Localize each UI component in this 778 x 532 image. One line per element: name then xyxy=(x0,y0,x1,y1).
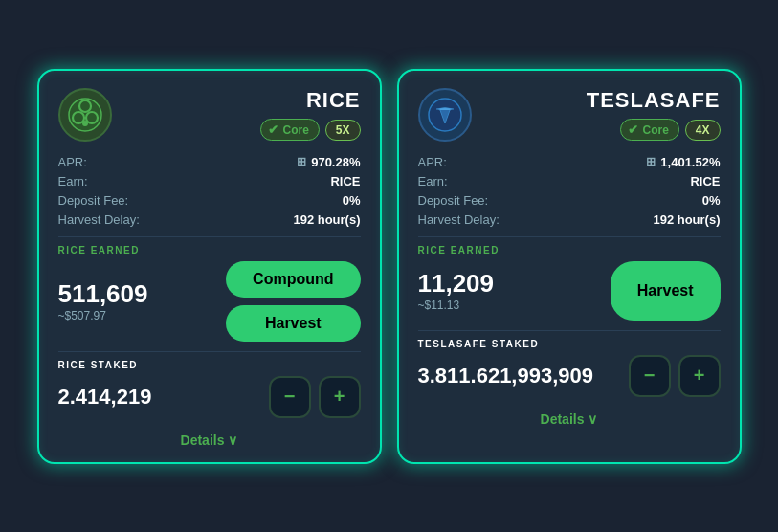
check-icon: ✔ xyxy=(628,122,638,137)
teslasafe-earned-section: 11,209 ~$11.13 Harvest xyxy=(418,261,721,321)
rice-earn-value: RICE xyxy=(330,174,360,188)
teslasafe-action-buttons: Harvest xyxy=(611,261,721,321)
teslasafe-badges: ✔ Core 4X xyxy=(620,119,720,141)
teslasafe-staked-amount: 3.811.621,993,909 xyxy=(418,364,594,388)
rice-token-name: RICE xyxy=(306,88,361,113)
cards-container: RICE ✔ Core 5X APR: ⊞ 970.28% Ear xyxy=(18,50,761,483)
teslasafe-staked-section: 3.811.621,993,909 − + xyxy=(418,355,721,397)
teslasafe-earn-row: Earn: RICE xyxy=(418,174,721,188)
teslasafe-harvest-delay-value: 192 hour(s) xyxy=(653,212,720,227)
rice-plus-button[interactable]: + xyxy=(319,376,361,418)
teslasafe-token-name: TESLASAFE xyxy=(587,88,721,113)
rice-staked-amount: 2.414,219 xyxy=(58,385,152,410)
rice-details-link[interactable]: Details ∨ xyxy=(181,432,238,448)
rice-earned-amount: 511,609 xyxy=(58,279,148,309)
chevron-down-icon: ∨ xyxy=(588,411,597,427)
teslasafe-earn-value: RICE xyxy=(690,174,720,188)
rice-card: RICE ✔ Core 5X APR: ⊞ 970.28% Ear xyxy=(37,69,382,464)
teslasafe-badge-multiplier: 4X xyxy=(685,120,721,141)
teslasafe-card: TESLASAFE ✔ Core 4X APR: ⊞ 1,401.52% xyxy=(397,69,742,464)
rice-earned-usd: ~$507.97 xyxy=(58,309,148,322)
teslasafe-stepper-buttons: − + xyxy=(629,355,721,397)
rice-badges: ✔ Core 5X xyxy=(260,119,360,141)
rice-header-right: RICE ✔ Core 5X xyxy=(260,88,360,141)
teslasafe-divider-1 xyxy=(418,236,721,237)
rice-earned-section: 511,609 ~$507.97 Compound Harvest xyxy=(58,261,361,342)
rice-deposit-row: Deposit Fee: 0% xyxy=(58,193,361,208)
rice-deposit-label: Deposit Fee: xyxy=(58,193,129,208)
teslasafe-harvest-delay-label: Harvest Delay: xyxy=(418,212,500,227)
teslasafe-staked-label: TESLASAFE STAKED xyxy=(418,339,721,349)
rice-earn-row: Earn: RICE xyxy=(58,174,361,188)
rice-divider-2 xyxy=(58,351,361,352)
rice-deposit-value: 0% xyxy=(343,193,361,208)
rice-apr-label: APR: xyxy=(58,155,87,169)
teslasafe-header-right: TESLASAFE ✔ Core 4X xyxy=(587,88,721,141)
calc-icon: ⊞ xyxy=(297,155,306,168)
rice-earned-amounts: 511,609 ~$507.97 xyxy=(58,279,148,322)
rice-compound-button[interactable]: Compound xyxy=(226,261,360,298)
teslasafe-harvest-delay-row: Harvest Delay: 192 hour(s) xyxy=(418,212,721,227)
teslasafe-details-footer: Details ∨ xyxy=(418,410,721,428)
teslasafe-info-rows: APR: ⊞ 1,401.52% Earn: RICE Deposit Fee:… xyxy=(418,155,721,227)
teslasafe-apr-label: APR: xyxy=(418,155,447,169)
rice-stepper-buttons: − + xyxy=(269,376,361,418)
teslasafe-badge-core: ✔ Core xyxy=(620,119,678,141)
teslasafe-apr-value: ⊞ 1,401.52% xyxy=(646,155,720,169)
rice-harvest-button[interactable]: Harvest xyxy=(226,305,360,342)
teslasafe-token-logo xyxy=(418,88,472,142)
teslasafe-earn-label: Earn: xyxy=(418,174,448,188)
rice-card-header: RICE ✔ Core 5X xyxy=(58,88,361,142)
teslasafe-card-header: TESLASAFE ✔ Core 4X xyxy=(418,88,721,142)
rice-staked-section: 2.414,219 − + xyxy=(58,376,361,418)
rice-harvest-delay-value: 192 hour(s) xyxy=(293,212,360,227)
rice-details-footer: Details ∨ xyxy=(58,432,361,449)
rice-earned-label: RICE EARNED xyxy=(58,245,361,255)
svg-point-4 xyxy=(82,121,88,126)
teslasafe-apr-row: APR: ⊞ 1,401.52% xyxy=(418,155,721,169)
teslasafe-earned-amount: 11,209 xyxy=(418,269,495,299)
rice-action-buttons: Compound Harvest xyxy=(226,261,360,342)
chevron-down-icon: ∨ xyxy=(228,432,237,448)
teslasafe-minus-button[interactable]: − xyxy=(629,355,671,397)
teslasafe-deposit-value: 0% xyxy=(702,193,721,208)
teslasafe-earned-amounts: 11,209 ~$11.13 xyxy=(418,269,495,312)
teslasafe-deposit-label: Deposit Fee: xyxy=(418,193,489,208)
check-icon: ✔ xyxy=(268,122,278,137)
teslasafe-harvest-button[interactable]: Harvest xyxy=(611,261,721,321)
rice-badge-core: ✔ Core xyxy=(260,119,319,141)
teslasafe-deposit-row: Deposit Fee: 0% xyxy=(418,193,721,208)
teslasafe-earned-label: RICE EARNED xyxy=(418,245,721,255)
teslasafe-details-link[interactable]: Details ∨ xyxy=(541,411,598,427)
teslasafe-earned-usd: ~$11.13 xyxy=(418,299,495,312)
rice-harvest-delay-label: Harvest Delay: xyxy=(58,212,140,227)
rice-earn-label: Earn: xyxy=(58,174,88,188)
rice-staked-label: RICE STAKED xyxy=(58,360,361,370)
rice-harvest-delay-row: Harvest Delay: 192 hour(s) xyxy=(58,212,361,227)
rice-apr-value: ⊞ 970.28% xyxy=(297,155,360,169)
teslasafe-plus-button[interactable]: + xyxy=(678,355,721,397)
rice-info-rows: APR: ⊞ 970.28% Earn: RICE Deposit Fee: 0… xyxy=(58,155,361,227)
rice-apr-row: APR: ⊞ 970.28% xyxy=(58,155,361,169)
rice-token-logo xyxy=(58,88,112,142)
rice-badge-multiplier: 5X xyxy=(325,120,361,141)
rice-minus-button[interactable]: − xyxy=(269,376,311,418)
teslasafe-divider-2 xyxy=(418,330,721,331)
calc-icon: ⊞ xyxy=(646,155,656,168)
rice-divider-1 xyxy=(58,236,361,237)
